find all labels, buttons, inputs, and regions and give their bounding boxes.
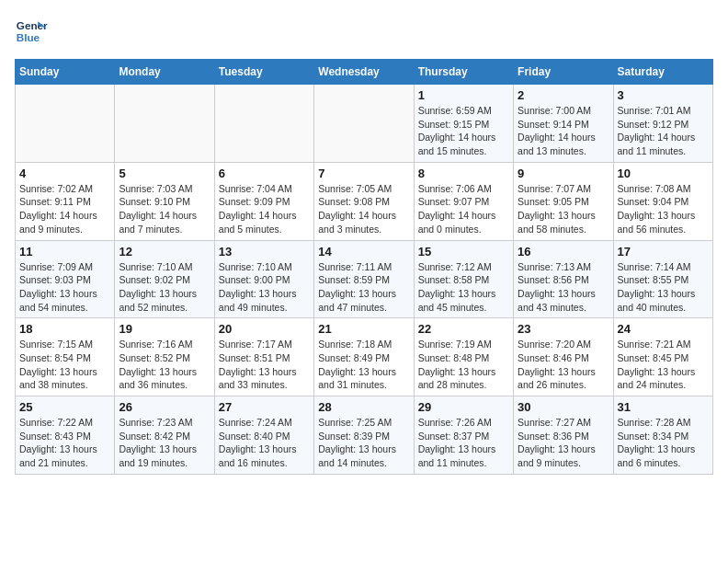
day-number: 3	[618, 88, 709, 102]
calendar-cell: 15Sunrise: 7:12 AMSunset: 8:58 PMDayligh…	[414, 240, 513, 318]
day-number: 28	[318, 400, 409, 414]
calendar-cell: 28Sunrise: 7:25 AMSunset: 8:39 PMDayligh…	[314, 396, 414, 475]
calendar-cell: 10Sunrise: 7:08 AMSunset: 9:04 PMDayligh…	[613, 162, 712, 240]
day-info: Sunrise: 7:20 AMSunset: 8:46 PMDaylight:…	[518, 338, 609, 392]
calendar-cell: 22Sunrise: 7:19 AMSunset: 8:48 PMDayligh…	[414, 318, 513, 396]
day-number: 5	[119, 167, 210, 180]
day-number: 19	[119, 322, 210, 336]
calendar-week-row: 25Sunrise: 7:22 AMSunset: 8:43 PMDayligh…	[16, 396, 713, 475]
day-number: 27	[219, 400, 310, 414]
weekday-header-tuesday: Tuesday	[214, 60, 313, 85]
calendar-cell: 24Sunrise: 7:21 AMSunset: 8:45 PMDayligh…	[613, 318, 712, 396]
day-info: Sunrise: 7:14 AMSunset: 8:55 PMDaylight:…	[618, 260, 709, 315]
day-number: 12	[119, 245, 210, 259]
day-info: Sunrise: 7:04 AMSunset: 9:09 PMDaylight:…	[219, 182, 310, 236]
calendar-cell: 5Sunrise: 7:03 AMSunset: 9:10 PMDaylight…	[115, 162, 214, 240]
calendar-cell: 6Sunrise: 7:04 AMSunset: 9:09 PMDaylight…	[214, 162, 313, 240]
calendar-cell: 7Sunrise: 7:05 AMSunset: 9:08 PMDaylight…	[314, 162, 414, 240]
day-number: 4	[19, 167, 110, 180]
day-number: 21	[318, 322, 409, 336]
weekday-header-friday: Friday	[514, 60, 613, 85]
day-number: 17	[618, 245, 709, 259]
weekday-header-monday: Monday	[115, 60, 214, 85]
weekday-header-thursday: Thursday	[414, 60, 513, 85]
day-info: Sunrise: 7:25 AMSunset: 8:39 PMDaylight:…	[318, 416, 409, 470]
day-info: Sunrise: 7:26 AMSunset: 8:37 PMDaylight:…	[418, 416, 509, 470]
day-info: Sunrise: 7:06 AMSunset: 9:07 PMDaylight:…	[418, 182, 509, 236]
calendar-cell: 27Sunrise: 7:24 AMSunset: 8:40 PMDayligh…	[214, 396, 313, 475]
day-info: Sunrise: 7:27 AMSunset: 8:36 PMDaylight:…	[518, 416, 609, 470]
day-info: Sunrise: 7:07 AMSunset: 9:05 PMDaylight:…	[518, 182, 609, 236]
calendar-cell: 18Sunrise: 7:15 AMSunset: 8:54 PMDayligh…	[16, 318, 115, 396]
day-info: Sunrise: 7:22 AMSunset: 8:43 PMDaylight:…	[19, 416, 110, 470]
calendar-cell: 3Sunrise: 7:01 AMSunset: 9:12 PMDaylight…	[613, 85, 712, 163]
calendar-cell: 29Sunrise: 7:26 AMSunset: 8:37 PMDayligh…	[414, 396, 513, 475]
day-info: Sunrise: 7:24 AMSunset: 8:40 PMDaylight:…	[219, 416, 310, 470]
day-info: Sunrise: 7:16 AMSunset: 8:52 PMDaylight:…	[119, 338, 210, 392]
day-number: 30	[518, 400, 609, 414]
day-info: Sunrise: 7:11 AMSunset: 8:59 PMDaylight:…	[318, 260, 409, 315]
day-info: Sunrise: 7:28 AMSunset: 8:34 PMDaylight:…	[618, 416, 709, 470]
day-info: Sunrise: 7:05 AMSunset: 9:08 PMDaylight:…	[318, 182, 409, 236]
logo: GeneralBlue	[15, 15, 48, 48]
day-number: 7	[318, 167, 409, 180]
calendar-cell: 19Sunrise: 7:16 AMSunset: 8:52 PMDayligh…	[115, 318, 214, 396]
day-number: 31	[618, 400, 709, 414]
day-number: 10	[618, 167, 709, 180]
day-info: Sunrise: 7:12 AMSunset: 8:58 PMDaylight:…	[418, 260, 509, 315]
calendar-cell: 2Sunrise: 7:00 AMSunset: 9:14 PMDaylight…	[514, 85, 613, 163]
svg-text:Blue: Blue	[17, 31, 40, 43]
day-info: Sunrise: 7:19 AMSunset: 8:48 PMDaylight:…	[418, 338, 509, 392]
weekday-header-sunday: Sunday	[16, 60, 115, 85]
day-number: 8	[418, 167, 509, 180]
day-number: 11	[19, 245, 110, 259]
day-number: 20	[219, 322, 310, 336]
calendar-week-row: 11Sunrise: 7:09 AMSunset: 9:03 PMDayligh…	[16, 240, 713, 318]
calendar-cell: 30Sunrise: 7:27 AMSunset: 8:36 PMDayligh…	[514, 396, 613, 475]
calendar-cell: 25Sunrise: 7:22 AMSunset: 8:43 PMDayligh…	[16, 396, 115, 475]
day-info: Sunrise: 7:13 AMSunset: 8:56 PMDaylight:…	[518, 260, 609, 315]
logo-icon: GeneralBlue	[15, 15, 48, 48]
calendar-cell	[16, 85, 115, 163]
day-number: 24	[618, 322, 709, 336]
day-number: 14	[318, 245, 409, 259]
calendar-cell: 16Sunrise: 7:13 AMSunset: 8:56 PMDayligh…	[514, 240, 613, 318]
day-number: 1	[418, 88, 509, 102]
weekday-header-saturday: Saturday	[613, 60, 712, 85]
day-number: 9	[518, 167, 609, 180]
day-number: 16	[518, 245, 609, 259]
calendar-cell	[115, 85, 214, 163]
day-number: 29	[418, 400, 509, 414]
day-number: 23	[518, 322, 609, 336]
calendar-week-row: 4Sunrise: 7:02 AMSunset: 9:11 PMDaylight…	[16, 162, 713, 240]
calendar-cell: 31Sunrise: 7:28 AMSunset: 8:34 PMDayligh…	[613, 396, 712, 475]
calendar-cell: 26Sunrise: 7:23 AMSunset: 8:42 PMDayligh…	[115, 396, 214, 475]
weekday-header-wednesday: Wednesday	[314, 60, 414, 85]
calendar-cell: 23Sunrise: 7:20 AMSunset: 8:46 PMDayligh…	[514, 318, 613, 396]
calendar-week-row: 18Sunrise: 7:15 AMSunset: 8:54 PMDayligh…	[16, 318, 713, 396]
day-info: Sunrise: 7:23 AMSunset: 8:42 PMDaylight:…	[119, 416, 210, 470]
calendar-cell: 20Sunrise: 7:17 AMSunset: 8:51 PMDayligh…	[214, 318, 313, 396]
day-info: Sunrise: 7:10 AMSunset: 9:00 PMDaylight:…	[219, 260, 310, 315]
day-info: Sunrise: 7:03 AMSunset: 9:10 PMDaylight:…	[119, 182, 210, 236]
day-number: 6	[219, 167, 310, 180]
day-number: 15	[418, 245, 509, 259]
page-header: GeneralBlue	[15, 15, 713, 48]
calendar-cell: 4Sunrise: 7:02 AMSunset: 9:11 PMDaylight…	[16, 162, 115, 240]
day-number: 22	[418, 322, 509, 336]
day-info: Sunrise: 7:08 AMSunset: 9:04 PMDaylight:…	[618, 182, 709, 236]
calendar-week-row: 1Sunrise: 6:59 AMSunset: 9:15 PMDaylight…	[16, 85, 713, 163]
day-info: Sunrise: 6:59 AMSunset: 9:15 PMDaylight:…	[418, 104, 509, 158]
day-info: Sunrise: 7:21 AMSunset: 8:45 PMDaylight:…	[618, 338, 709, 392]
calendar-cell: 14Sunrise: 7:11 AMSunset: 8:59 PMDayligh…	[314, 240, 414, 318]
day-info: Sunrise: 7:15 AMSunset: 8:54 PMDaylight:…	[19, 338, 110, 392]
weekday-header-row: SundayMondayTuesdayWednesdayThursdayFrid…	[16, 60, 713, 85]
calendar-cell	[214, 85, 313, 163]
day-info: Sunrise: 7:09 AMSunset: 9:03 PMDaylight:…	[19, 260, 110, 315]
calendar-cell: 13Sunrise: 7:10 AMSunset: 9:00 PMDayligh…	[214, 240, 313, 318]
day-number: 2	[518, 88, 609, 102]
calendar-cell: 17Sunrise: 7:14 AMSunset: 8:55 PMDayligh…	[613, 240, 712, 318]
day-number: 13	[219, 245, 310, 259]
svg-text:General: General	[17, 19, 48, 31]
day-info: Sunrise: 7:18 AMSunset: 8:49 PMDaylight:…	[318, 338, 409, 392]
